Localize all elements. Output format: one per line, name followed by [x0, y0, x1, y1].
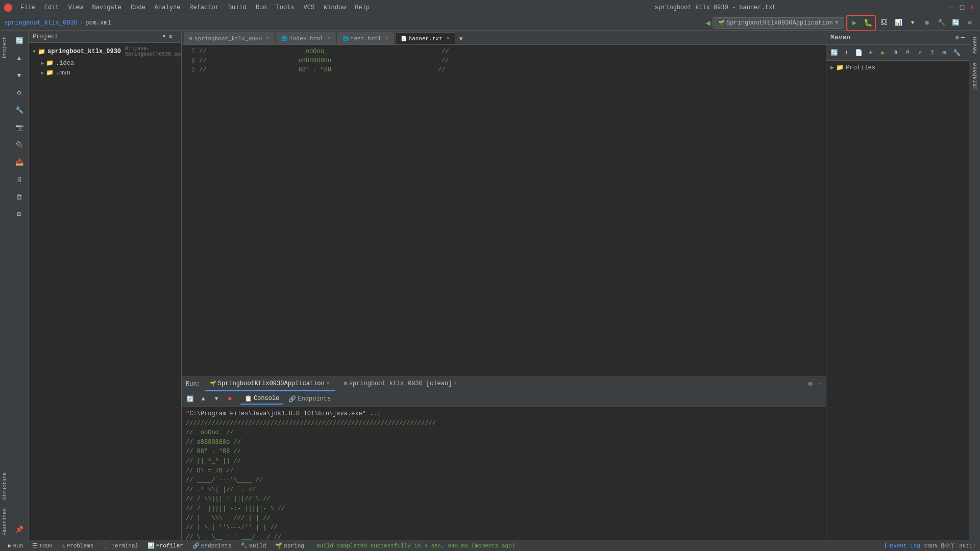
maximize-button[interactable]: □ [959, 4, 966, 11]
tab-test-html[interactable]: 🌐 test.html × [337, 32, 394, 44]
delete-icon[interactable]: 🗑 [11, 189, 28, 205]
maven-download-button[interactable]: ⬇ [841, 47, 852, 58]
menu-bar: File Edit View Navigate Code Analyze Ref… [16, 3, 482, 12]
settings-nav-button[interactable]: ⚙ [964, 17, 976, 29]
menu-analyze[interactable]: Analyze [151, 3, 184, 12]
run-panel-down[interactable]: ▼ [210, 393, 223, 405]
close-tab-banner[interactable]: × [447, 36, 450, 41]
menu-run[interactable]: Run [252, 3, 271, 12]
layout-icon[interactable]: ⊞ [11, 206, 28, 222]
minimize-button[interactable]: — [948, 4, 955, 11]
run-tab-springboot[interactable]: 🌱 SpringbootKtlx0930Application × [205, 377, 335, 391]
close-run-tab-springboot[interactable]: × [327, 381, 330, 386]
close-tab-test[interactable]: × [385, 36, 388, 41]
run-panel-collapse[interactable]: — [818, 381, 822, 388]
status-todo-tab[interactable]: ☰ TODO [28, 541, 56, 550]
more-run-options[interactable]: ▼ [906, 17, 919, 29]
stop-button[interactable]: ■ [921, 17, 933, 29]
coverage-button[interactable]: ⛾ [878, 17, 890, 29]
collapse-icon[interactable]: — [174, 33, 177, 40]
status-terminal-tab[interactable]: ⬛ Terminal [99, 541, 142, 550]
run-tab-clean[interactable]: m springboot_ktlx_0930 [clean] × [339, 377, 462, 391]
project-panel-dropdown[interactable]: ▼ [163, 34, 166, 39]
plugin-icon[interactable]: 🔌 [11, 137, 28, 153]
maven-reload-button[interactable]: 🔄 [828, 47, 840, 58]
menu-view[interactable]: View [64, 3, 87, 12]
more-tabs-button[interactable]: ▼ [456, 34, 466, 44]
maven-download-sources[interactable]: 📄 [853, 47, 864, 58]
status-build-tab[interactable]: 🔨 Build [236, 541, 270, 550]
menu-navigate[interactable]: Navigate [88, 3, 126, 12]
favorites-tab-label[interactable]: Favorites [1, 504, 9, 540]
status-run-tab[interactable]: ▶ Run [4, 541, 27, 550]
debug-button[interactable]: 🐛 [862, 17, 874, 29]
maven-far-tab[interactable]: Maven [970, 33, 979, 58]
menu-window[interactable]: Window [320, 3, 350, 12]
banner-line-2: // _ooOoo_ // [186, 428, 822, 438]
database-far-tab[interactable]: Database [970, 59, 979, 94]
close-run-tab-clean[interactable]: × [454, 381, 457, 386]
status-endpoints-tab[interactable]: 🔗 Endpoints [188, 541, 235, 550]
menu-build[interactable]: Build [224, 3, 251, 12]
nav-back-button[interactable]: ◀ [705, 18, 710, 28]
run-panel-settings[interactable]: ⚙ [808, 380, 812, 388]
scroll-down-icon[interactable]: ▼ [11, 67, 28, 84]
breadcrumb-file[interactable]: pom.xml [85, 19, 111, 27]
maven-add-button[interactable]: + [865, 47, 876, 58]
maven-run-button[interactable]: ▶ [877, 47, 889, 58]
breadcrumb-project[interactable]: springboot_ktlx_0930 [4, 19, 78, 27]
project-root-item[interactable]: ▼ 📁 springboot_ktlx_0930 D:\java-Springb… [31, 45, 179, 58]
project-tab-label[interactable]: Project [1, 33, 9, 62]
refresh-icon[interactable]: 🔄 [11, 33, 28, 49]
menu-code[interactable]: Code [127, 3, 150, 12]
update-button[interactable]: 🔄 [949, 17, 962, 29]
menu-help[interactable]: Help [351, 3, 374, 12]
run-stop-button[interactable]: ■ [224, 393, 236, 405]
maven-collapse-icon[interactable]: — [961, 34, 965, 41]
close-tab-springboot[interactable]: × [266, 36, 269, 41]
status-problems-tab[interactable]: ⚠ Problems [58, 541, 97, 550]
maven-collapse-all[interactable]: ⊞ [939, 47, 950, 58]
maven-toggle-button[interactable]: ⊤ [926, 47, 938, 58]
status-spring-tab[interactable]: 🌱 Spring [271, 541, 308, 550]
console-subtab[interactable]: 📋 Console [240, 394, 283, 405]
profiler-run-button[interactable]: 📊 [892, 17, 904, 29]
menu-edit[interactable]: Edit [40, 3, 63, 12]
mvn-folder-item[interactable]: ▶ 📁 .mvn [31, 68, 179, 78]
close-button[interactable]: × [969, 4, 976, 11]
maven-m-button[interactable]: m [890, 47, 901, 58]
tab-banner-txt[interactable]: 📄 banner.txt × [395, 32, 455, 44]
run-button[interactable]: ▶ [848, 17, 861, 29]
run-config-selector[interactable]: 🌱 SpringbootKtlx0930Application ▼ [713, 17, 844, 29]
import-icon[interactable]: 📥 [11, 154, 28, 170]
maven-lightning-button[interactable]: ⚡ [914, 47, 925, 58]
endpoints-subtab[interactable]: 🔗 Endpoints [284, 394, 335, 404]
settings-icon[interactable]: ⚙ [11, 85, 28, 101]
console-output: "C:\Program Files\Java\jdk1.8.0_101\bin\… [182, 407, 826, 540]
idea-folder-item[interactable]: ▶ 📁 .idea [31, 58, 179, 68]
menu-file[interactable]: File [16, 3, 39, 12]
camera-icon[interactable]: 📷 [11, 119, 28, 136]
tab-index-html[interactable]: 🌐 index.html × [276, 32, 336, 44]
maven-settings-icon[interactable]: ⚙ [955, 34, 959, 41]
window-title: springboot_ktlx_0930 - banner.txt [482, 4, 948, 11]
wrench-icon[interactable]: 🔧 [11, 102, 28, 118]
tab-springboot-app[interactable]: ⚙ springboot_ktlx_0930 × [184, 32, 275, 44]
close-tab-index[interactable]: × [327, 36, 330, 41]
print-icon[interactable]: 🖨 [11, 171, 28, 188]
structure-tab-label[interactable]: Structure [1, 468, 9, 504]
scroll-up-icon[interactable]: ▲ [11, 50, 28, 66]
event-log-link[interactable]: ℹ Event Log [885, 542, 920, 549]
status-profiler-tab[interactable]: 📊 Profiler [143, 541, 187, 550]
pin-icon[interactable]: 📌 [11, 521, 28, 538]
menu-tools[interactable]: Tools [272, 3, 299, 12]
maven-parallel-button[interactable]: # [902, 47, 913, 58]
maven-profiles-item[interactable]: ▶ 📁 Profiles [828, 63, 967, 72]
run-panel-up[interactable]: ▲ [197, 393, 209, 405]
maven-help-button[interactable]: 🔧 [951, 47, 962, 58]
rerun-button[interactable]: 🔄 [184, 393, 196, 405]
menu-vcs[interactable]: VCS [300, 3, 319, 12]
gear-icon[interactable]: ⚙ [169, 33, 173, 40]
build-project-button[interactable]: 🔨 [935, 17, 947, 29]
menu-refactor[interactable]: Refactor [185, 3, 223, 12]
